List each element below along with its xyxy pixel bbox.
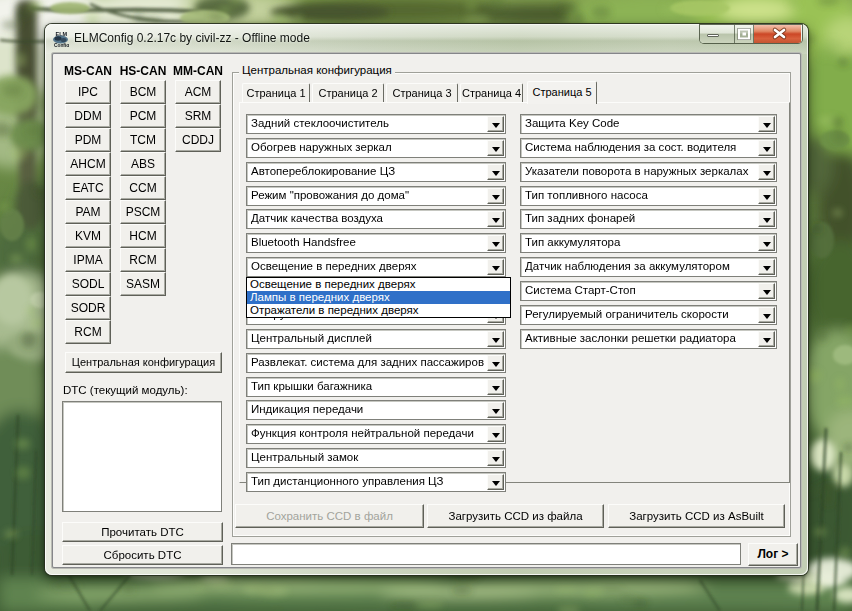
- svg-text:Config: Config: [54, 43, 69, 48]
